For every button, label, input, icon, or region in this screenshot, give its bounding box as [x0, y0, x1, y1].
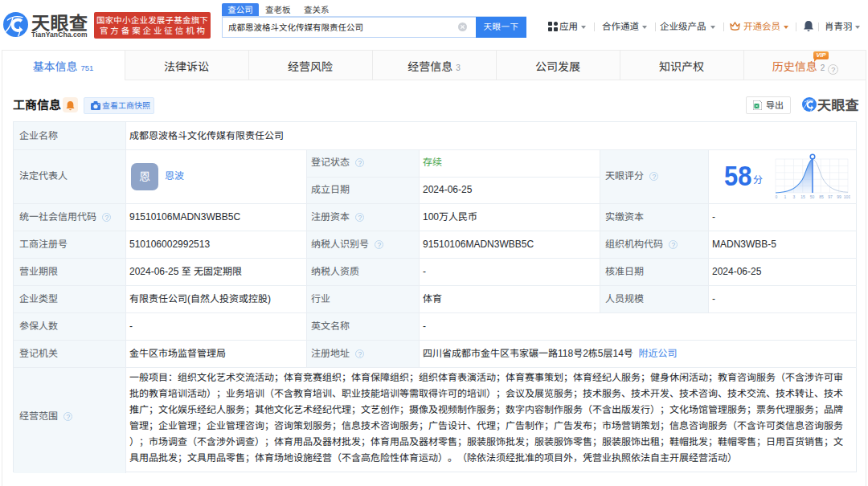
- svg-text:85: 85: [819, 194, 824, 199]
- svg-text:3: 3: [793, 194, 796, 199]
- svg-text:100: 100: [844, 194, 850, 199]
- svg-text:0: 0: [776, 194, 778, 199]
- svg-text:99: 99: [837, 194, 841, 199]
- svg-text:15: 15: [800, 194, 805, 199]
- svg-text:1: 1: [784, 194, 787, 199]
- svg-text:97: 97: [828, 194, 833, 199]
- svg-text:50: 50: [810, 194, 815, 199]
